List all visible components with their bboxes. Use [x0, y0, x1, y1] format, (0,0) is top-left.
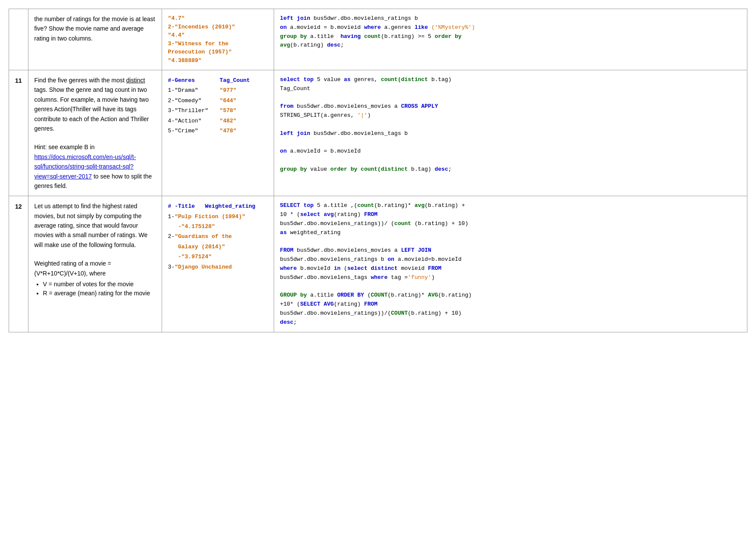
row-number-12: 12 — [9, 196, 28, 332]
table-row: 12 Let us attempt to find the highest ra… — [9, 196, 747, 332]
hint-link[interactable]: https://docs.microsoft.com/en-us/sql/t-s… — [34, 153, 136, 180]
result-cell-11: #-GenresTag_Count 1-"Drama""977" 2-"Come… — [162, 70, 274, 196]
row-number-11: 11 — [9, 70, 28, 196]
result-cell-0: "4.7" 2-"Incendies (2010)" "4.4" 3-"Witn… — [162, 9, 274, 70]
list-item: V = number of votes for the movie — [43, 280, 156, 289]
result-cell-12: # -Title Weighted_rating 1-"Pulp Fiction… — [162, 196, 274, 332]
question-cell-12: Let us attempt to find the highest rated… — [28, 196, 162, 332]
code-cell-12: SELECT top 5 a.title ,(count(b.rating)* … — [274, 196, 747, 332]
question-cell-0: the number of ratings for the movie is a… — [28, 9, 162, 70]
question-cell-11: Find the five genres with the most disti… — [28, 70, 162, 196]
code-cell-0: left join bus5dwr.dbo.movielens_ratings … — [274, 9, 747, 70]
table-row: the number of ratings for the movie is a… — [9, 9, 747, 70]
list-item: R = average (mean) rating for the movie — [43, 289, 156, 298]
row-number — [9, 9, 28, 70]
table-row: 11 Find the five genres with the most di… — [9, 70, 747, 196]
code-cell-11: select top 5 value as genres, count(dist… — [274, 70, 747, 196]
